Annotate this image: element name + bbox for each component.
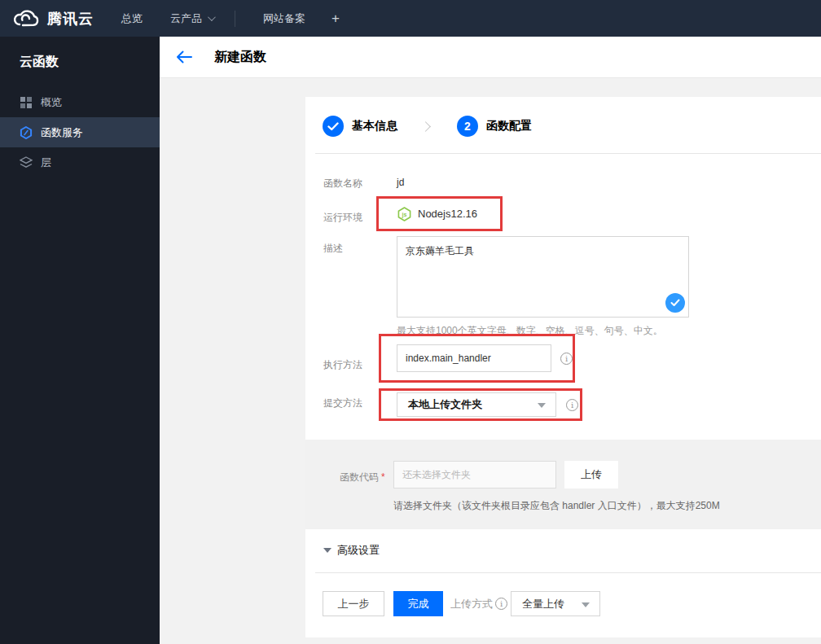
grid-icon <box>20 96 33 109</box>
handler-input[interactable] <box>397 344 551 372</box>
function-name-label: 函数名称 <box>323 177 362 191</box>
triangle-down-icon <box>323 548 331 553</box>
step2-number-circle: 2 <box>457 116 478 137</box>
top-navbar: 腾讯云 总览 云产品 网站备案 + <box>0 0 821 37</box>
brand-name: 腾讯云 <box>47 9 94 28</box>
check-icon <box>327 122 339 131</box>
content-area: 基本信息 2 函数配置 函数名称 jd 运行环境 js Nodejs12.16 … <box>160 78 821 644</box>
runtime-label: 运行环境 <box>323 211 362 225</box>
info-icon[interactable]: i <box>495 598 507 610</box>
nav-divider <box>235 11 235 27</box>
advanced-settings-toggle[interactable]: 高级设置 <box>323 543 380 558</box>
required-asterisk: * <box>381 471 385 483</box>
back-button[interactable] <box>175 50 193 64</box>
sidebar-title: 云函数 <box>0 37 160 87</box>
add-tab-button[interactable]: + <box>331 11 340 27</box>
function-config-card: 基本信息 2 函数配置 函数名称 jd 运行环境 js Nodejs12.16 … <box>305 97 821 637</box>
step1-label: 基本信息 <box>352 119 397 134</box>
footer-divider <box>315 572 821 573</box>
advanced-settings-label: 高级设置 <box>337 543 380 558</box>
description-label: 描述 <box>323 242 343 256</box>
caret-down-icon <box>538 403 546 408</box>
upload-mode-label-row: 上传方式 i <box>450 597 507 611</box>
function-name-value: jd <box>397 177 404 188</box>
valid-check-icon <box>665 293 685 313</box>
code-folder-input[interactable] <box>393 461 556 488</box>
back-arrow-icon <box>175 50 193 64</box>
sidebar-item-label: 概览 <box>41 95 62 110</box>
svg-text:js: js <box>402 211 407 217</box>
chevron-down-icon <box>208 13 216 21</box>
submit-method-select[interactable]: 本地上传文件夹 <box>397 392 556 417</box>
sidebar-item-layers[interactable]: 层 <box>0 147 160 177</box>
previous-step-button[interactable]: 上一步 <box>323 591 384 616</box>
sidebar-item-label: 层 <box>41 156 51 170</box>
submit-method-value: 本地上传文件夹 <box>408 397 482 412</box>
sidebar: 云函数 概览 函数服务 层 <box>0 37 160 644</box>
handler-highlight-box: i <box>379 334 575 383</box>
function-code-label: 函数代码* <box>340 471 385 484</box>
handler-label: 执行方法 <box>323 358 362 372</box>
nav-item-cloud-products[interactable]: 云产品 <box>170 11 213 26</box>
runtime-highlight-box: js Nodejs12.16 <box>376 196 503 231</box>
scf-hexagon-icon <box>20 126 33 139</box>
upload-mode-select[interactable]: 全量上传 <box>511 591 600 616</box>
step1-done-circle <box>323 116 344 137</box>
layers-icon <box>20 156 33 169</box>
page-title: 新建函数 <box>214 49 266 66</box>
tencent-cloud-logo[interactable]: 腾讯云 <box>11 8 94 29</box>
function-code-section: 函数代码* 上传 请选择文件夹（该文件夹根目录应包含 handler 入口文件）… <box>305 440 821 529</box>
caret-down-icon <box>582 602 590 607</box>
nav-item-overview[interactable]: 总览 <box>121 11 143 26</box>
sidebar-item-overview[interactable]: 概览 <box>0 87 160 117</box>
upload-mode-value: 全量上传 <box>522 597 564 611</box>
description-textarea[interactable]: 京东薅羊毛工具 <box>397 236 689 318</box>
chevron-right-icon <box>420 121 431 132</box>
runtime-value: Nodejs12.16 <box>418 208 477 220</box>
info-icon[interactable]: i <box>560 353 573 365</box>
sidebar-item-function-service[interactable]: 函数服务 <box>0 117 160 147</box>
page-header: 新建函数 <box>160 37 821 78</box>
code-hint: 请选择文件夹（该文件夹根目录应包含 handler 入口文件），最大支持250M <box>393 499 720 513</box>
submit-method-label: 提交方法 <box>323 396 362 410</box>
upload-button[interactable]: 上传 <box>564 461 618 488</box>
info-icon[interactable]: i <box>566 399 578 411</box>
finish-button[interactable]: 完成 <box>393 591 443 616</box>
nav-item-website-icp[interactable]: 网站备案 <box>263 11 305 26</box>
sidebar-item-label: 函数服务 <box>41 125 83 140</box>
cloud-logo-icon <box>11 8 41 29</box>
step-indicator: 基本信息 2 函数配置 <box>323 116 532 137</box>
step2-label: 函数配置 <box>486 119 532 134</box>
runtime-value-row[interactable]: js Nodejs12.16 <box>397 207 477 221</box>
submit-method-highlight-box: 本地上传文件夹 i <box>379 388 582 421</box>
nodejs-icon: js <box>397 207 411 221</box>
steps-divider <box>315 153 821 154</box>
footer-actions: 上一步 完成 上传方式 i 全量上传 <box>323 591 600 616</box>
